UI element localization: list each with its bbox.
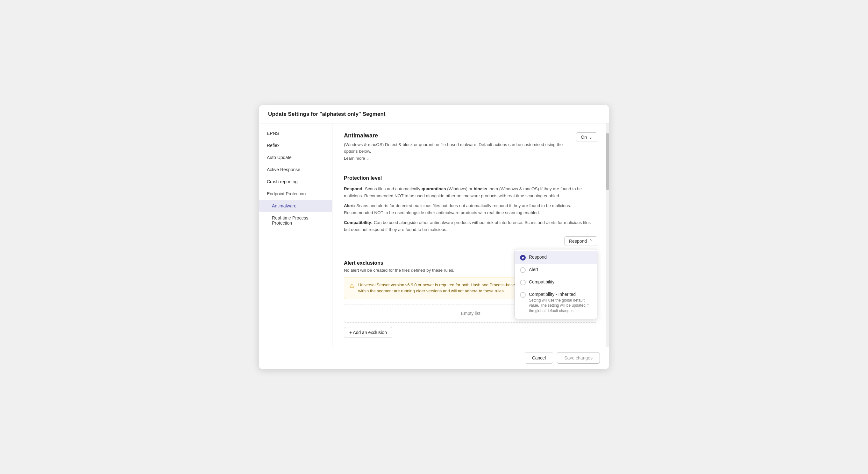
protection-level-section: Protection level Respond: Scans files an… (344, 175, 597, 246)
scrollbar-track[interactable] (606, 124, 609, 346)
antimalware-title: Antimalware (Windows & macOS) Detect & b… (344, 132, 570, 161)
radio-compatibility (520, 280, 526, 285)
dropdown-item-respond[interactable]: Respond (515, 251, 597, 264)
radio-compatibility-inherited (520, 292, 526, 298)
compatibility-description: Compatibility: Can be used alongside oth… (344, 219, 597, 233)
chevron-down-icon: ⌄ (366, 156, 370, 161)
protection-level-dropdown: Respond Alert (515, 249, 597, 319)
radio-alert (520, 267, 526, 273)
protection-level-row: Respond ⌃ Respond (344, 236, 597, 246)
settings-modal: Update Settings for "alphatest only" Seg… (259, 105, 609, 369)
respond-description: Respond: Scans files and automatically q… (344, 185, 597, 199)
learn-more-link[interactable]: Learn more ⌄ (344, 156, 370, 161)
sidebar-item-crash-reporting[interactable]: Crash reporting (259, 176, 332, 188)
modal-footer: Cancel Save changes (259, 347, 609, 369)
modal-header: Update Settings for "alphatest only" Seg… (259, 105, 609, 124)
sidebar-item-active-response[interactable]: Active Response (259, 164, 332, 176)
sidebar-item-reflex[interactable]: Reflex (259, 139, 332, 151)
chevron-down-icon: ⌄ (589, 135, 593, 140)
dropdown-item-compatibility[interactable]: Compatibility (515, 276, 597, 289)
modal-title: Update Settings for "alphatest only" Seg… (268, 111, 385, 117)
dropdown-item-compatibility-inherited[interactable]: Compatibility - Inherited Setting will u… (515, 289, 597, 317)
sidebar-item-epns[interactable]: EPNS (259, 127, 332, 139)
cancel-button[interactable]: Cancel (525, 352, 553, 364)
sidebar-item-auto-update[interactable]: Auto Update (259, 151, 332, 164)
add-exclusion-button[interactable]: + Add an exclusion (344, 327, 392, 338)
sidebar-item-realtime-process[interactable]: Real-time Process Protection (259, 212, 332, 229)
antimalware-toggle[interactable]: On ⌄ (576, 132, 597, 142)
radio-respond (520, 255, 526, 261)
chevron-up-icon: ⌃ (589, 239, 593, 244)
sidebar-item-endpoint-protection[interactable]: Endpoint Protection (259, 188, 332, 200)
sidebar-item-antimalware[interactable]: Antimalware (259, 200, 332, 212)
alert-description: Alert: Scans and alerts for detected mal… (344, 202, 597, 216)
modal-body: EPNS Reflex Auto Update Active Response … (259, 124, 609, 346)
save-button[interactable]: Save changes (557, 352, 600, 364)
main-content: Antimalware (Windows & macOS) Detect & b… (333, 124, 609, 346)
warning-icon: ⚠ (349, 282, 354, 289)
scrollbar-thumb[interactable] (606, 133, 609, 190)
dropdown-item-alert[interactable]: Alert (515, 264, 597, 276)
sidebar: EPNS Reflex Auto Update Active Response … (259, 124, 333, 346)
protection-level-dropdown-btn[interactable]: Respond ⌃ (564, 236, 597, 246)
divider-1 (344, 168, 597, 168)
